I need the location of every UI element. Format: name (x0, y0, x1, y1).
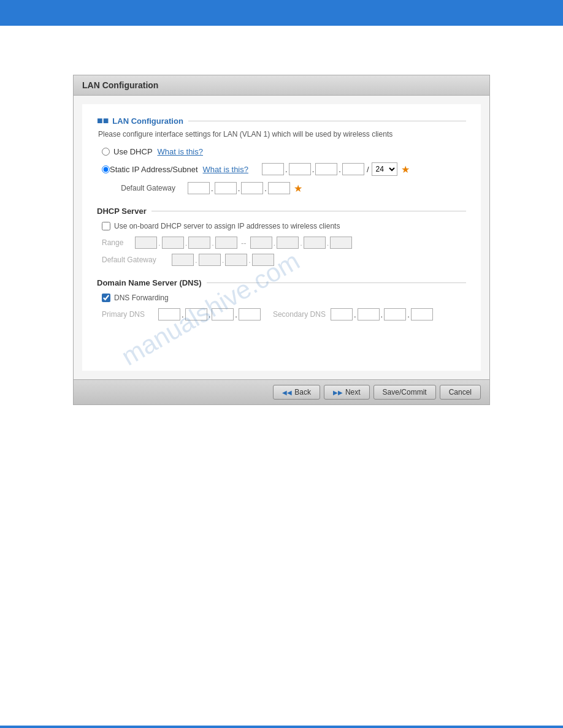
dns-forwarding-label: DNS Forwarding (114, 294, 169, 302)
use-dhcp-what-link[interactable]: What is this? (158, 147, 203, 156)
save-label: Save/Commit (383, 388, 427, 396)
range-start-4[interactable]: 100 (215, 237, 237, 249)
required-star-gw: ★ (294, 183, 302, 194)
use-dhcp-radio[interactable] (102, 148, 110, 156)
static-ip-field-4[interactable]: 23 (342, 163, 364, 175)
range-start-2[interactable]: 168 (162, 237, 184, 249)
next-label: Next (345, 388, 361, 396)
back-label: Back (294, 388, 311, 396)
default-gw-field-4[interactable] (268, 182, 290, 194)
default-gw-field-3[interactable] (241, 182, 263, 194)
dns-forwarding-checkbox[interactable] (102, 294, 110, 302)
dhcp-gw-label: Default Gateway (102, 256, 169, 264)
static-ip-what-link[interactable]: What is this? (203, 165, 248, 174)
bottom-bar (0, 726, 563, 728)
range-label: Range (102, 238, 132, 247)
cancel-label: Cancel (449, 388, 472, 396)
secondary-dns-field-1[interactable] (331, 308, 353, 320)
secondary-dns-label: Secondary DNS (273, 310, 328, 319)
dhcp-gw-field-2[interactable]: 168 (199, 254, 221, 266)
static-ip-field-1[interactable]: 192 (262, 163, 284, 175)
range-start-3[interactable]: 0 (188, 237, 210, 249)
dns-section-title: Domain Name Server (DNS) (97, 278, 202, 287)
range-dash: -- (237, 238, 250, 248)
static-ip-label: Static IP Address/Subnet (110, 165, 198, 174)
primary-dns-label: Primary DNS (102, 310, 156, 319)
range-end-3[interactable]: 0 (304, 237, 326, 249)
required-star-static: ★ (401, 164, 410, 175)
footer-bar: ◀◀ Back ▶▶ Next Save/Commit Cancel (74, 379, 489, 404)
next-icon: ▶▶ (333, 389, 343, 396)
dhcp-gw-field-1[interactable]: 192 (172, 254, 194, 266)
primary-dns-field-4[interactable] (239, 308, 261, 320)
section-icon: ■■ (97, 115, 109, 126)
cancel-button[interactable]: Cancel (440, 385, 481, 400)
dhcp-gw-field-4[interactable]: 1 (252, 254, 274, 266)
default-gateway-label: Default Gateway (102, 184, 175, 192)
range-end-4[interactable]: 200 (330, 237, 352, 249)
static-ip-field-2[interactable]: 168 (289, 163, 311, 175)
dhcp-gw-field-3[interactable]: 0 (225, 254, 247, 266)
secondary-dns-field-4[interactable] (411, 308, 433, 320)
outer-box: LAN Configuration ■■ LAN Configuration P… (73, 75, 490, 405)
dhcp-section-title: DHCP Server (97, 207, 147, 216)
secondary-dns-field-2[interactable] (358, 308, 380, 320)
default-gw-field-1[interactable] (188, 182, 210, 194)
secondary-dns-field-3[interactable] (384, 308, 406, 320)
outer-box-title: LAN Configuration (74, 75, 489, 96)
top-bar (0, 0, 563, 26)
dhcp-checkbox[interactable] (102, 222, 110, 230)
save-commit-button[interactable]: Save/Commit (373, 385, 436, 400)
subnet-select[interactable]: 24 8 16 32 (372, 162, 397, 176)
back-button[interactable]: ◀◀ Back (273, 385, 320, 400)
dhcp-checkbox-label: Use on-board DHCP server to assign IP ad… (114, 222, 340, 230)
primary-dns-field-1[interactable] (158, 308, 180, 320)
primary-dns-field-2[interactable] (185, 308, 207, 320)
back-icon: ◀◀ (282, 389, 292, 396)
default-gw-field-2[interactable] (215, 182, 237, 194)
primary-dns-field-3[interactable] (212, 308, 234, 320)
use-dhcp-label: Use DHCP (113, 147, 153, 156)
section-title: LAN Configuration (112, 116, 183, 126)
dialog-title: LAN Configuration (82, 80, 158, 90)
static-ip-radio[interactable] (102, 165, 110, 173)
range-end-2[interactable]: 168 (277, 237, 299, 249)
range-end-1[interactable]: 192 (250, 237, 272, 249)
range-start-1[interactable]: 192 (135, 237, 157, 249)
section-desc: Please configure interface settings for … (98, 130, 466, 138)
next-button[interactable]: ▶▶ Next (324, 385, 370, 400)
static-ip-field-3[interactable]: 13 (315, 163, 337, 175)
